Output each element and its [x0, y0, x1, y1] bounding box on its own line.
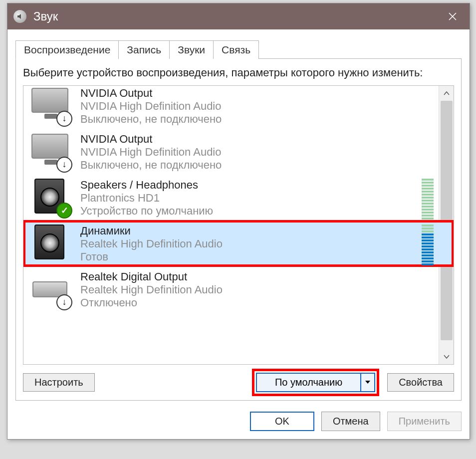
- cancel-button[interactable]: Отмена: [321, 412, 380, 431]
- sound-icon: [13, 10, 26, 23]
- tab-1[interactable]: Запись: [118, 40, 170, 59]
- ok-button[interactable]: OK: [250, 412, 314, 431]
- device-name: NVIDIA Output: [80, 87, 222, 100]
- configure-button[interactable]: Настроить: [23, 373, 95, 392]
- device-desc: Realtek High Definition Audio: [80, 283, 223, 296]
- down-arrow-icon: ↓: [56, 111, 72, 127]
- level-meter: [422, 225, 433, 265]
- device-desc: Realtek High Definition Audio: [80, 237, 223, 250]
- down-arrow-icon: ↓: [56, 157, 72, 173]
- set-default-label: По умолчанию: [257, 374, 360, 391]
- device-list[interactable]: ↓NVIDIA OutputNVIDIA High Definition Aud…: [23, 85, 454, 365]
- device-row[interactable]: ✓Speakers / HeadphonesPlantronics HD1Уст…: [23, 175, 454, 221]
- device-desc: NVIDIA High Definition Audio: [80, 146, 222, 159]
- device-row[interactable]: ↓Realtek Digital OutputRealtek High Defi…: [23, 266, 454, 312]
- set-default-wrap: По умолчанию: [256, 373, 375, 392]
- scroll-up-button[interactable]: [439, 86, 454, 101]
- tab-3[interactable]: Связь: [213, 40, 259, 59]
- apply-button[interactable]: Применить: [387, 412, 462, 431]
- window-title: Звук: [33, 9, 438, 23]
- properties-button[interactable]: Свойства: [387, 373, 454, 392]
- device-status: Отключено: [80, 296, 223, 309]
- tab-2[interactable]: Звуки: [169, 40, 214, 59]
- set-default-dropdown[interactable]: [360, 374, 374, 391]
- device-desc: NVIDIA High Definition Audio: [80, 100, 222, 113]
- device-status: Устройство по умолчанию: [80, 205, 213, 218]
- down-arrow-icon: ↓: [56, 294, 72, 310]
- tab-panel-playback: Выберите устройство воспроизведения, пар…: [15, 58, 462, 401]
- device-name: Динамики: [80, 225, 223, 237]
- panel-button-row: Настроить По умолчанию Свойства: [23, 373, 454, 392]
- device-status: Выключено, не подключено: [80, 159, 222, 172]
- device-row[interactable]: ↓NVIDIA OutputNVIDIA High Definition Aud…: [23, 129, 454, 175]
- device-row[interactable]: ↓NVIDIA OutputNVIDIA High Definition Aud…: [23, 85, 454, 129]
- intro-text: Выберите устройство воспроизведения, пар…: [23, 66, 454, 80]
- check-icon: ✓: [56, 203, 72, 219]
- speaker-icon: [31, 224, 69, 261]
- level-meter: [422, 179, 433, 220]
- close-button[interactable]: [438, 3, 468, 29]
- monitor-icon: ↓: [31, 86, 69, 124]
- tab-0[interactable]: Воспроизведение: [15, 40, 119, 59]
- monitor-icon: ↓: [31, 132, 69, 170]
- device-status: Готов: [80, 250, 223, 263]
- content-area: ВоспроизведениеЗаписьЗвукиСвязь Выберите…: [7, 29, 470, 407]
- digital-icon: ↓: [31, 269, 69, 307]
- titlebar[interactable]: Звук: [7, 3, 470, 29]
- scroll-down-button[interactable]: [439, 349, 454, 364]
- device-desc: Plantronics HD1: [80, 192, 213, 205]
- device-name: NVIDIA Output: [80, 133, 222, 146]
- dialog-button-row: OK Отмена Применить: [7, 407, 470, 439]
- device-status: Выключено, не подключено: [80, 113, 222, 126]
- speaker-icon: ✓: [31, 178, 69, 216]
- tabbar: ВоспроизведениеЗаписьЗвукиСвязь: [15, 38, 462, 59]
- device-name: Speakers / Headphones: [80, 179, 213, 192]
- sound-dialog: Звук ВоспроизведениеЗаписьЗвукиСвязь Выб…: [7, 3, 470, 440]
- device-row[interactable]: ДинамикиRealtek High Definition AudioГот…: [23, 221, 454, 266]
- set-default-button[interactable]: По умолчанию: [256, 373, 375, 392]
- device-name: Realtek Digital Output: [80, 270, 223, 283]
